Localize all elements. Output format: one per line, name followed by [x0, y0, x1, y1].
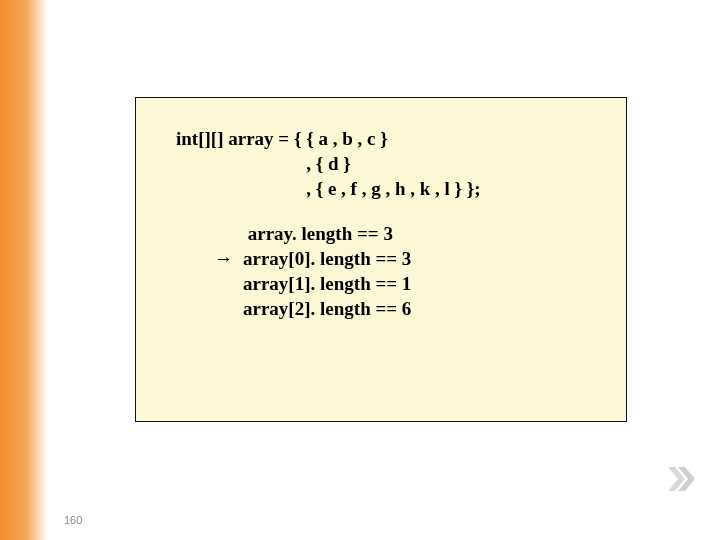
page-number: 160: [64, 514, 82, 526]
code-box: int[][] array = { { a , b , c } , { d } …: [135, 97, 627, 422]
results-block: → array. length == 3 array[0]. length ==…: [176, 221, 604, 321]
slide: int[][] array = { { a , b , c } , { d } …: [0, 0, 720, 540]
result-line: array. length == 3: [243, 221, 411, 246]
right-arrow-icon: →: [214, 248, 233, 269]
result-line: array[2]. length == 6: [243, 296, 411, 321]
decl-line: , { e , f , g , h , k , l } };: [306, 176, 480, 201]
decl-line: , { d }: [306, 151, 480, 176]
decl-line: { a , b , c }: [306, 126, 480, 151]
result-line: array[0]. length == 3: [243, 246, 411, 271]
decl-value-column: { a , b , c } , { d } , { e , f , g , h …: [306, 126, 480, 201]
left-gradient-strip: [0, 0, 48, 540]
result-line: array[1]. length == 1: [243, 271, 411, 296]
arrow-cell: →: [176, 221, 243, 321]
next-chevron-icon: [664, 464, 694, 494]
decl-lead-text: int[][] array = {: [176, 126, 306, 201]
result-lines: array. length == 3 array[0]. length == 3…: [243, 221, 411, 321]
array-declaration: int[][] array = { { a , b , c } , { d } …: [176, 126, 604, 201]
